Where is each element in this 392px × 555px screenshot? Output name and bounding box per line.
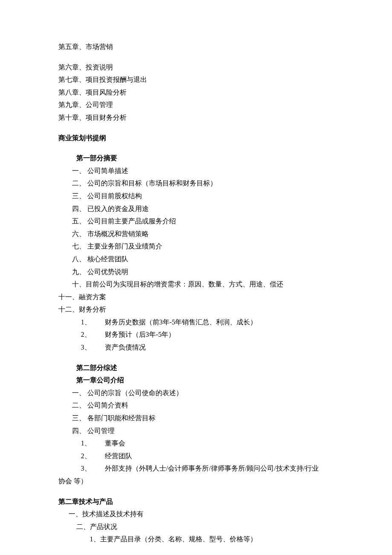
chapter-line: 第七章、项目投资报酬与退出 [58,73,334,86]
part1-subitem: 3、 资产负债情况 [58,341,334,354]
part1-subitem: 2、 财务预计（后3年-5年） [58,328,334,341]
part2-ch1-item: 二、 公司简介资料 [58,399,334,412]
chapter2-lvl3: 1、主要产品目录（分类、名称、规格、型号、价格等） [58,533,334,546]
part1-item-outdent: 十一、融资方案 [58,291,334,304]
part2-ch1-subitem: 2、 经营团队 [58,450,334,462]
part1-item: 二、 公司的宗旨和目标（市场目标和财务目标） [58,177,334,190]
spacer [58,488,334,495]
part1-item: 九、 公司优势说明 [58,266,334,278]
spacer [58,53,334,61]
spacer [58,124,334,132]
part1-item: 三、 公司目前股权结构 [58,190,334,202]
part1-item: 十、目前公司为实现目标的增资需求：原因、数量、方式、用途、偿还 [58,278,334,291]
part1-item: 四、 已投入的资金及用途 [58,202,334,215]
part1-item-outdent: 十二、财务分析 [58,303,334,316]
part1-item: 五、 公司目前主要产品或服务介绍 [58,215,334,228]
chapter-line: 第六章、投资说明 [58,61,334,74]
part2-ch1-item: 一、 公司的宗旨（公司使命的表述） [58,387,334,399]
heading-plan-outline: 商业策划书提纲 [58,132,334,145]
part1-item: 八、 核心经营团队 [58,253,334,266]
chapter-line: 第九章、公司管理 [58,98,334,111]
part1-subitem: 1、 财务历史数据（前3年-5年销售汇总、利润、成长） [58,316,334,329]
part1-item: 六、 市场概况和营销策略 [58,228,334,240]
part2-ch1-item: 四、 公司管理 [58,425,334,437]
chapter2-lvl1: 一、技术描述及技术持有 [58,508,334,520]
part2-ch1-item: 三、 各部门职能和经营目标 [58,412,334,425]
chapter-line: 第十章、项目财务分析 [58,111,334,124]
part2-ch1-subitem: 3、 外部支持（外聘人士/会计师事务所/律师事务所/顾问公司/技术支持/行业 [58,462,334,475]
chapter-line: 第五章、市场营销 [58,40,334,53]
part1-item: 一、 公司简单描述 [58,165,334,177]
part2-ch1-subitem-tail: 协会 等） [58,475,334,488]
chapter2-title: 第二章技术与产品 [58,495,334,508]
chapter2-lvl2: 二、产品状况 [58,520,334,533]
part2-chapter1-title: 第一章公司介绍 [58,374,334,387]
part2-title: 第二部分综述 [58,361,334,374]
spacer [58,354,334,361]
part2-ch1-subitem: 1、 董事会 [58,437,334,450]
part1-item: 七、 主要业务部门及业绩简介 [58,240,334,253]
spacer [58,144,334,152]
part1-title: 第一部分摘要 [58,152,334,165]
chapter-line: 第八章、项目风险分析 [58,86,334,99]
